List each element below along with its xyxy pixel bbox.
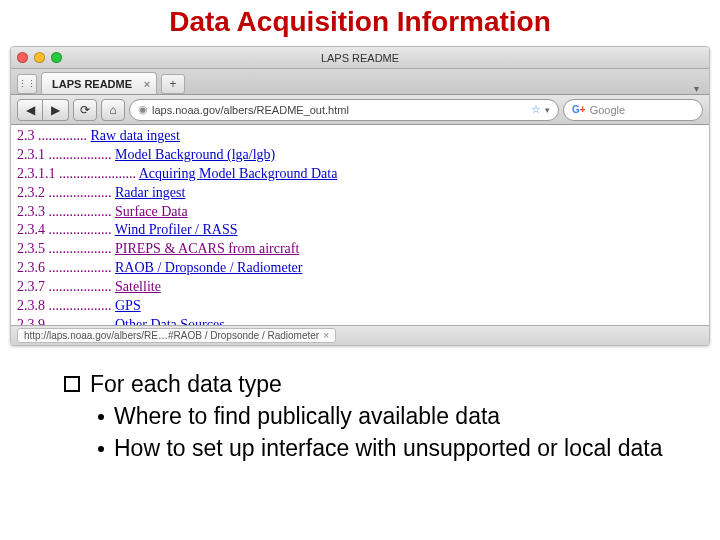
- tab-label: LAPS README: [52, 78, 132, 90]
- toc-link[interactable]: Raw data ingest: [91, 128, 180, 143]
- forward-button[interactable]: ▶: [43, 99, 69, 121]
- toc-dots: ..................: [45, 317, 115, 325]
- toc-number: 2.3.1.1: [17, 166, 56, 181]
- toc-dots: ..................: [45, 185, 115, 200]
- toc-row: 2.3.9 .................. Other Data Sour…: [17, 316, 703, 325]
- toc-row: 2.3.2 .................. Radar ingest: [17, 184, 703, 203]
- url-dropdown-icon[interactable]: ▾: [545, 105, 550, 115]
- toc-dots: ..............: [35, 128, 91, 143]
- back-button[interactable]: ◀: [17, 99, 43, 121]
- toc-dots: ......................: [56, 166, 139, 181]
- google-icon: G+: [572, 104, 586, 115]
- tab-close-icon[interactable]: ×: [144, 78, 150, 90]
- bullet-main: For each data type: [64, 370, 670, 400]
- toc-link[interactable]: Other Data Sources: [115, 317, 225, 325]
- toc-number: 2.3: [17, 128, 35, 143]
- traffic-lights: [17, 52, 62, 63]
- toc-number: 2.3.2: [17, 185, 45, 200]
- tab-active[interactable]: LAPS README ×: [41, 72, 157, 94]
- toc-row: 2.3.1 .................. Model Backgroun…: [17, 146, 703, 165]
- bullet-dot-icon: [98, 446, 104, 452]
- site-identity-icon: ◉: [138, 103, 148, 116]
- toc-number: 2.3.8: [17, 298, 45, 313]
- toc-dots: ..................: [45, 279, 115, 294]
- search-placeholder: Google: [590, 104, 625, 116]
- toc-link[interactable]: Satellite: [115, 279, 161, 294]
- toc-link[interactable]: Model Background (lga/lgb): [115, 147, 275, 162]
- home-button[interactable]: ⌂: [101, 99, 125, 121]
- toc-number: 2.3.7: [17, 279, 45, 294]
- titlebar: LAPS README: [11, 47, 709, 69]
- zoom-icon[interactable]: [51, 52, 62, 63]
- new-tab-button[interactable]: +: [161, 74, 185, 94]
- bookmark-star-icon[interactable]: ☆: [531, 103, 541, 116]
- toc-number: 2.3.3: [17, 204, 45, 219]
- toc-link[interactable]: RAOB / Dropsonde / Radiometer: [115, 260, 302, 275]
- browser-window: LAPS README ⋮⋮ LAPS README × + ▾ ◀ ▶ ⟳ ⌂…: [10, 46, 710, 346]
- checkbox-icon: [64, 376, 80, 392]
- window-title: LAPS README: [11, 52, 709, 64]
- toc-row: 2.3 .............. Raw data ingest: [17, 127, 703, 146]
- status-bar: http://laps.noaa.gov/albers/RE…#RAOB / D…: [11, 325, 709, 345]
- close-icon[interactable]: [17, 52, 28, 63]
- toc-dots: ..................: [45, 298, 115, 313]
- url-text: laps.noaa.gov/albers/README_out.html: [152, 104, 349, 116]
- bullet-sub-1: Where to find publically available data: [64, 402, 670, 432]
- status-url: http://laps.noaa.gov/albers/RE…#RAOB / D…: [24, 330, 319, 341]
- tab-group-icon[interactable]: ⋮⋮: [17, 74, 37, 94]
- toc-row: 2.3.3 .................. Surface Data: [17, 203, 703, 222]
- slide-bullets: For each data type Where to find publica…: [0, 346, 720, 464]
- url-bar[interactable]: ◉ laps.noaa.gov/albers/README_out.html ☆…: [129, 99, 559, 121]
- toc-row: 2.3.1.1 ...................... Acquiring…: [17, 165, 703, 184]
- toc-row: 2.3.7 .................. Satellite: [17, 278, 703, 297]
- bullet-sub-2-text: How to set up interface with unsupported…: [114, 434, 670, 464]
- bullet-dot-icon: [98, 414, 104, 420]
- toc-row: 2.3.4 .................. Wind Profiler /…: [17, 221, 703, 240]
- toc-link[interactable]: Wind Profiler / RASS: [115, 222, 238, 237]
- tab-overflow-icon[interactable]: ▾: [694, 83, 703, 94]
- toc-link[interactable]: PIREPS & ACARS from aircraft: [115, 241, 299, 256]
- status-link-preview: http://laps.noaa.gov/albers/RE…#RAOB / D…: [17, 328, 336, 343]
- status-close-icon[interactable]: ×: [323, 330, 329, 341]
- toc-row: 2.3.5 .................. PIREPS & ACARS …: [17, 240, 703, 259]
- toc-row: 2.3.6 .................. RAOB / Dropsond…: [17, 259, 703, 278]
- toc-number: 2.3.6: [17, 260, 45, 275]
- bullet-sub-2: How to set up interface with unsupported…: [64, 434, 670, 464]
- toc-dots: ..................: [45, 241, 115, 256]
- toc-row: 2.3.8 .................. GPS: [17, 297, 703, 316]
- toc-number: 2.3.1: [17, 147, 45, 162]
- toc-link[interactable]: GPS: [115, 298, 141, 313]
- minimize-icon[interactable]: [34, 52, 45, 63]
- toc-number: 2.3.5: [17, 241, 45, 256]
- bullet-main-text: For each data type: [90, 370, 282, 400]
- toc-number: 2.3.4: [17, 222, 45, 237]
- toc-dots: ..................: [45, 260, 115, 275]
- slide-title: Data Acquisition Information: [0, 0, 720, 46]
- toc-link[interactable]: Acquiring Model Background Data: [139, 166, 338, 181]
- tab-bar: ⋮⋮ LAPS README × + ▾: [11, 69, 709, 95]
- toc-number: 2.3.9: [17, 317, 45, 325]
- page-content: 2.3 .............. Raw data ingest2.3.1 …: [11, 125, 709, 325]
- bullet-sub-1-text: Where to find publically available data: [114, 402, 670, 432]
- reload-button[interactable]: ⟳: [73, 99, 97, 121]
- nav-buttons: ◀ ▶: [17, 99, 69, 121]
- toc-dots: ..................: [45, 204, 115, 219]
- toolbar: ◀ ▶ ⟳ ⌂ ◉ laps.noaa.gov/albers/README_ou…: [11, 95, 709, 125]
- toc-dots: ..................: [45, 222, 115, 237]
- toc-link[interactable]: Surface Data: [115, 204, 188, 219]
- search-box[interactable]: G+ Google: [563, 99, 703, 121]
- toc-link[interactable]: Radar ingest: [115, 185, 185, 200]
- toc-dots: ..................: [45, 147, 115, 162]
